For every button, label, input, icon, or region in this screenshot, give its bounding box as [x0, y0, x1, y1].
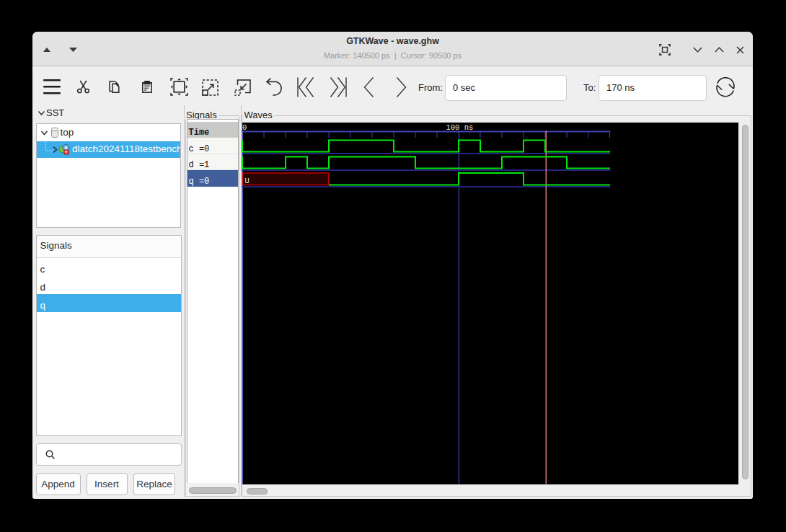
svg-text:U: U [244, 177, 250, 185]
svg-text:0: 0 [242, 123, 247, 132]
svg-text:100 ns: 100 ns [446, 123, 474, 132]
